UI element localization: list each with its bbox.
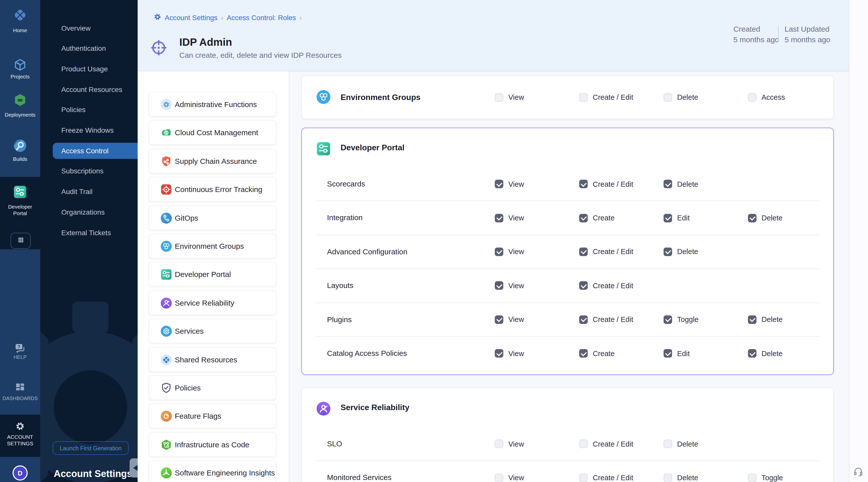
permission-create-edit: Create / Edit — [579, 180, 633, 188]
resource-card-infrastructure-as-code[interactable]: Infrastructure as Code — [149, 432, 276, 457]
checkbox-create-edit[interactable] — [579, 180, 588, 188]
service-reliability-icon — [160, 297, 172, 311]
settings-sidebar: OverviewAuthenticationProduct UsageAccou… — [40, 0, 137, 482]
checkbox-view[interactable] — [495, 440, 503, 448]
resource-card-administrative-functions[interactable]: Administrative Functions — [149, 92, 276, 117]
checkbox-create-edit[interactable] — [579, 93, 588, 101]
environment-groups-icon — [316, 89, 331, 107]
checkbox-create-edit[interactable] — [579, 440, 588, 448]
rail-item-developer-portal[interactable] — [0, 185, 40, 201]
checkbox-create[interactable] — [579, 349, 588, 358]
rail-item-projects[interactable] — [0, 58, 40, 74]
permission-row-monitored-services: Monitored Services View Create / Edit De… — [316, 461, 819, 482]
sidebar-item-organizations[interactable]: Organizations — [40, 202, 137, 223]
projects-icon — [0, 58, 40, 74]
resource-card-environment-groups[interactable]: Environment Groups — [149, 234, 276, 258]
sidebar-item-policies[interactable]: Policies — [40, 100, 137, 120]
support-headset-icon[interactable] — [853, 466, 864, 479]
rail-item-dashboards[interactable] — [0, 382, 40, 396]
checkbox-view[interactable] — [495, 315, 503, 324]
checkbox-delete[interactable] — [663, 440, 672, 448]
checkbox-view[interactable] — [495, 247, 503, 256]
checkbox-delete[interactable] — [663, 247, 672, 256]
resource-card-cloud-cost-management[interactable]: $ Cloud Cost Management — [149, 120, 276, 145]
checkbox-edit[interactable] — [663, 349, 672, 358]
chevron-left-icon — [133, 465, 137, 471]
sidebar-item-authentication[interactable]: Authentication — [40, 38, 137, 59]
checkbox-delete[interactable] — [748, 214, 756, 222]
permission-view: View — [495, 247, 524, 256]
checkbox-view[interactable] — [495, 349, 503, 358]
resource-card-service-reliability[interactable]: Service Reliability — [149, 291, 276, 315]
checkbox-view[interactable] — [495, 93, 503, 101]
checkbox-create[interactable] — [579, 214, 588, 222]
checkbox-edit[interactable] — [663, 214, 672, 222]
checkbox-toggle[interactable] — [748, 474, 756, 482]
permission-row-scorecards: Scorecards View Create / Edit Delete — [316, 168, 819, 201]
resource-card-software-engineering-insights[interactable]: Software Engineering Insights — [149, 460, 276, 482]
checkbox-delete[interactable] — [748, 349, 756, 358]
checkbox-view[interactable] — [495, 180, 503, 188]
sidebar-item-subscriptions[interactable]: Subscriptions — [40, 161, 137, 182]
sidebar-item-audit-trail[interactable]: Audit Trail — [40, 181, 137, 202]
settings-gear-icon — [154, 13, 161, 22]
checkbox-delete[interactable] — [663, 93, 672, 101]
resource-card-feature-flags[interactable]: Feature Flags — [149, 404, 276, 428]
resource-card-policies[interactable]: Policies — [149, 375, 276, 400]
sidebar-item-account-resources[interactable]: Account Resources — [40, 79, 137, 100]
rail-item-deployments[interactable]: ∞ — [0, 93, 40, 109]
checkbox-delete[interactable] — [663, 180, 672, 188]
checkbox-create-edit[interactable] — [579, 315, 588, 324]
checkbox-create-edit[interactable] — [579, 281, 588, 290]
cloud-cost-icon: $ — [160, 127, 172, 141]
permission-view: View — [495, 474, 524, 482]
permission-view: View — [495, 440, 524, 448]
permission-edit: Edit — [663, 349, 690, 358]
sidebar-item-product-usage[interactable]: Product Usage — [40, 59, 137, 80]
user-avatar[interactable]: D — [12, 465, 28, 481]
created-label: Created — [733, 24, 779, 34]
chevron-right-icon: › — [299, 14, 302, 21]
checkbox-view[interactable] — [495, 281, 503, 290]
svg-text:?: ? — [18, 344, 20, 349]
permission-view: View — [495, 214, 524, 222]
role-target-icon — [151, 40, 167, 58]
resource-card-continuous-error-tracking[interactable]: Continuous Error Tracking — [149, 177, 276, 202]
rail-item-account-settings[interactable] — [0, 420, 40, 434]
policies-icon — [160, 382, 172, 396]
checkbox-create-edit[interactable] — [579, 247, 588, 256]
permission-access: Access — [748, 93, 785, 101]
permission-row-layouts: Layouts View Create / Edit — [316, 268, 819, 302]
resource-card-gitops[interactable]: GitOps — [149, 205, 276, 230]
resource-card-developer-portal[interactable]: Developer Portal — [149, 262, 276, 287]
checkbox-access[interactable] — [748, 93, 756, 101]
resource-card-services[interactable]: Services — [149, 319, 276, 343]
rail-item-home[interactable] — [0, 8, 40, 24]
checkbox-delete[interactable] — [663, 474, 672, 482]
sidebar-item-external-tickets[interactable]: External Tickets — [40, 222, 137, 243]
dashboards-icon — [0, 382, 40, 396]
module-picker-button[interactable] — [10, 233, 31, 249]
breadcrumb-account-settings[interactable]: Account Settings — [165, 13, 217, 22]
permission-delete: Delete — [663, 440, 698, 448]
sidebar-item-access-control[interactable]: Access Control — [53, 143, 137, 159]
resource-card-shared-resources[interactable]: Shared Resources — [149, 347, 276, 372]
permission-row-slo: SLO View Create / Edit Delete — [316, 427, 819, 461]
sidebar-item-freeze-windows[interactable]: Freeze Windows — [40, 120, 137, 141]
checkbox-view[interactable] — [495, 214, 503, 222]
checkbox-view[interactable] — [495, 474, 503, 482]
launch-first-generation-button[interactable]: Launch First Generation — [53, 441, 129, 455]
resource-card-supply-chain-assurance[interactable]: Supply Chain Assurance — [149, 149, 276, 173]
checkbox-toggle[interactable] — [663, 315, 672, 324]
sidebar-item-overview[interactable]: Overview — [40, 18, 137, 38]
permission-section-environment-groups: Environment Groups View Create / Edit De… — [301, 76, 834, 119]
meta-divider — [778, 26, 779, 42]
last-updated-value: 5 months ago — [785, 34, 830, 45]
right-gutter — [849, 0, 868, 482]
rail-item-builds[interactable] — [0, 139, 40, 155]
breadcrumb-access-control-roles[interactable]: Access Control: Roles — [227, 13, 296, 22]
checkbox-delete[interactable] — [748, 315, 756, 324]
permission-delete: Delete — [748, 315, 783, 324]
gitops-icon — [160, 212, 172, 226]
checkbox-create-edit[interactable] — [579, 474, 588, 482]
